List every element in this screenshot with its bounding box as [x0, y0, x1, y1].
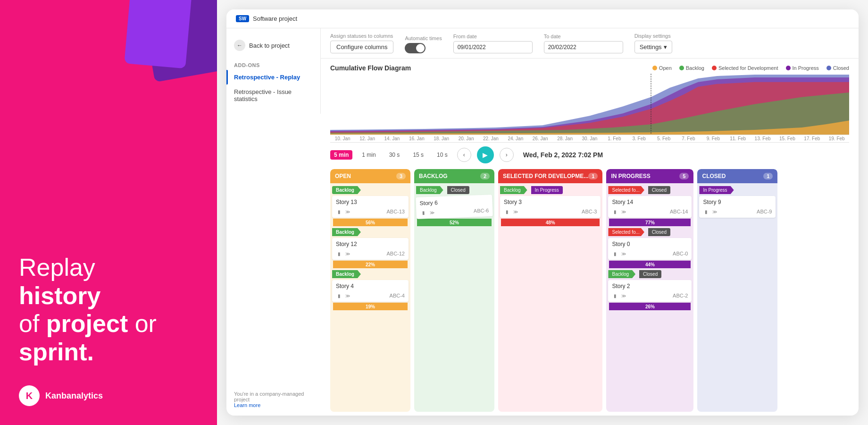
card-story4: Story 4 ▮ ≫ ABC-4 [332, 280, 409, 302]
project-name: Software project [253, 15, 297, 22]
back-button[interactable]: ← Back to project [226, 36, 320, 55]
priority-icon: ≫ [344, 250, 351, 257]
kanban-board: OPEN 3 Backlog Story 13 [330, 167, 849, 416]
toggle-x-icon: ✕ [420, 46, 424, 51]
status-arrow: In Progress [699, 186, 776, 194]
status-arrow: Backlog [332, 186, 409, 194]
card-story12: Story 12 ▮ ≫ ABC-12 [332, 238, 409, 260]
story-icon: ▮ [703, 208, 709, 215]
card-story2: Story 2 ▮ ≫ ABC-2 [608, 280, 692, 302]
progress-story3: 48% [501, 219, 600, 226]
from-date-input[interactable] [453, 41, 533, 53]
sidebar-section-label: Add-ons [226, 59, 320, 70]
kanban-col-inprogress: IN PROGRESS 5 Selected fo... Closed [606, 169, 693, 412]
project-badge: SW [236, 15, 249, 22]
back-icon: ← [234, 40, 245, 51]
brand-footer: K Kanbanalytics [19, 385, 198, 406]
hero-line3: of project or [19, 310, 157, 337]
col-body-backlog: Backlog Closed Story 6 ▮ ≫ [414, 183, 494, 412]
from-date-group: From date [453, 34, 533, 53]
next-button[interactable]: › [500, 148, 514, 162]
col-header-backlog: BACKLOG 2 [414, 169, 494, 183]
toggle-track[interactable]: ✕ [405, 43, 426, 53]
sidebar-item-retrospective-replay[interactable]: Retrospective - Replay [226, 70, 320, 85]
story-icon: ▮ [612, 208, 618, 215]
progress-story12: 22% [333, 261, 408, 268]
story-icon: ▮ [420, 209, 426, 216]
legend-dot-inprogress [786, 66, 791, 70]
status-arrow: Backlog [332, 228, 409, 236]
priority-icon: ≫ [711, 208, 718, 215]
hero-line4: sprint. [19, 338, 94, 366]
display-settings-group: Display settings Settings ▾ [634, 33, 672, 53]
legend-dot-backlog [679, 66, 684, 70]
playback-timestamp: Wed, Feb 2, 2022 7:02 PM [523, 151, 603, 159]
progress-story0: 44% [609, 261, 691, 268]
legend-dot-closed [826, 66, 831, 70]
story-icon: ▮ [612, 250, 618, 257]
sidebar-footer: You're in a company-managed project Lear… [226, 391, 321, 408]
speed-30s-button[interactable]: 30 s [385, 150, 404, 160]
speed-5min-button[interactable]: 5 min [330, 150, 352, 160]
status-arrow-pair: Backlog Closed [416, 186, 492, 194]
status-arrow-pair: Selected fo... Closed [608, 228, 692, 236]
from-date-label: From date [453, 34, 533, 39]
speed-1min-button[interactable]: 1 min [358, 150, 379, 160]
to-date-input[interactable] [544, 41, 623, 53]
settings-button[interactable]: Settings ▾ [634, 41, 672, 53]
legend-item-backlog: Backlog [679, 65, 704, 71]
col-badge-open: 3 [396, 173, 406, 179]
progress-story13: 56% [333, 219, 408, 226]
sidebar: ← Back to project Add-ons Retrospective … [226, 28, 321, 114]
card-story14: Story 14 ▮ ≫ ABC-14 [608, 196, 692, 218]
status-arrow: Backlog [332, 270, 409, 278]
priority-icon: ≫ [512, 208, 519, 215]
progress-story2: 26% [609, 303, 691, 310]
priority-icon: ≫ [620, 208, 627, 215]
legend-dot-selected [712, 66, 717, 70]
priority-icon: ≫ [344, 208, 351, 215]
prev-button[interactable]: ‹ [457, 148, 471, 162]
hero-line1: Replay [19, 254, 95, 281]
legend-item-selected: Selected for Development [712, 65, 778, 71]
chevron-down-icon: ▾ [664, 43, 667, 51]
cfd-chart [330, 74, 849, 135]
progress-story4: 19% [333, 303, 408, 310]
sidebar-item-retrospective-issue-stats[interactable]: Retrospective - Issue statistics [226, 85, 320, 106]
col-body-selected: Backlog In Progress Story 3 ▮ ≫ [498, 183, 602, 412]
brand-name: Kanbanalytics [45, 391, 103, 401]
card-story3: Story 3 ▮ ≫ ABC-3 [500, 196, 601, 218]
configure-columns-button[interactable]: Configure columns [330, 41, 393, 53]
play-button[interactable]: ▶ [477, 146, 494, 163]
story-icon: ▮ [504, 208, 510, 215]
progress-story14: 77% [609, 219, 691, 226]
status-arrow-pair: Backlog Closed [608, 270, 692, 278]
automatic-times-toggle[interactable]: ✕ [405, 43, 442, 53]
speed-15s-button[interactable]: 15 s [409, 150, 427, 160]
brand-logo: K [19, 385, 40, 406]
card-story9: Story 9 ▮ ≫ ABC-9 [699, 196, 776, 218]
to-date-label: To date [544, 34, 623, 39]
content-area: Assign statuses to columns Configure col… [321, 28, 859, 416]
playback-controls: 5 min 1 min 30 s 15 s 10 s ‹ ▶ › Wed, Fe… [330, 143, 849, 167]
marketing-panel: Replay history of project or sprint. K K… [0, 0, 217, 425]
hero-text: Replay history of project or sprint. [19, 254, 198, 366]
status-arrow-pair: Selected fo... Closed [608, 186, 692, 194]
speed-10s-button[interactable]: 10 s [433, 150, 451, 160]
legend-item-open: Open [652, 65, 672, 71]
back-label: Back to project [249, 42, 290, 49]
col-body-closed: In Progress Story 9 ▮ ≫ [697, 183, 777, 412]
col-body-open: Backlog Story 13 ▮ ≫ AB [330, 183, 410, 412]
card-story6: Story 6 ▮ ≫ ABC-6 [416, 195, 493, 219]
col-header-selected: SELECTED FOR DEVELOPME... 1 [498, 169, 602, 183]
assign-statuses-group: Assign statuses to columns Configure col… [330, 33, 393, 53]
date-axis: 10. Jan 12. Jan 14. Jan 16. Jan 18. Jan … [330, 135, 849, 143]
main-layout: ← Back to project Add-ons Retrospective … [226, 28, 859, 416]
diagram-header: Cumulative Flow Diagram Open Backlog [330, 64, 849, 72]
col-body-inprogress: Selected fo... Closed Story 14 ▮ ≫ [606, 183, 693, 412]
col-badge-inprogress: 5 [679, 173, 689, 179]
automatic-times-label: Automatic times [405, 35, 442, 41]
col-badge-closed: 1 [763, 173, 773, 179]
sidebar-footer-link[interactable]: Learn more [234, 402, 260, 408]
display-settings-label: Display settings [634, 33, 672, 39]
